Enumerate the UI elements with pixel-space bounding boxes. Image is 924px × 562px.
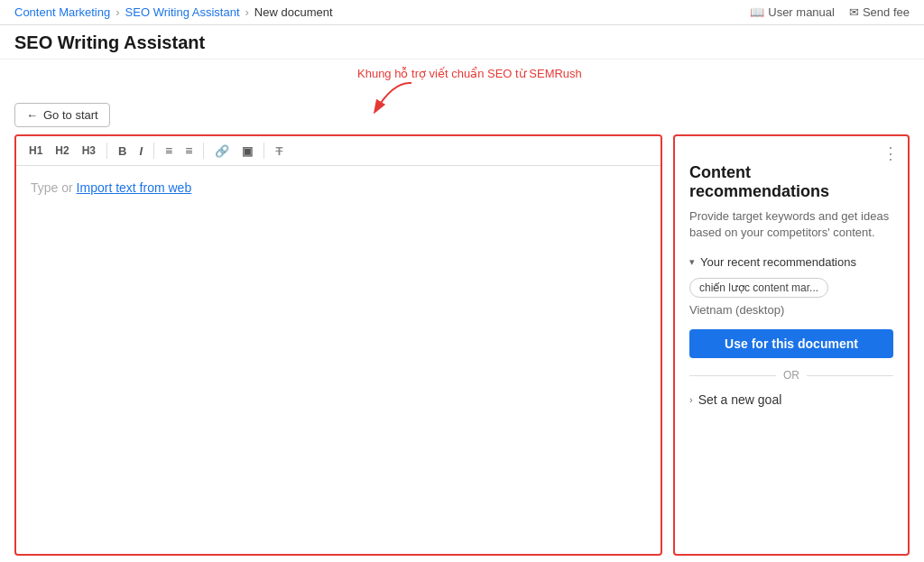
import-link[interactable]: Import text from web bbox=[77, 180, 192, 195]
go-to-start-label: Go to start bbox=[43, 108, 98, 122]
image-button[interactable]: ▣ bbox=[238, 143, 256, 160]
rp-desc: Provide target keywords and get ideas ba… bbox=[689, 208, 893, 241]
annotation-area: Khung hỗ trợ viết chuẩn SEO từ SEMRush bbox=[14, 60, 910, 103]
editor-body[interactable]: Type or Import text from web bbox=[16, 166, 661, 554]
set-new-goal-header[interactable]: › Set a new goal bbox=[689, 392, 893, 407]
keyword-tag: chiến lược content mar... bbox=[689, 278, 828, 298]
book-icon: 📖 bbox=[750, 5, 764, 19]
right-panel: ⋮ Content recommendations Provide target… bbox=[673, 134, 910, 556]
right-panel-content: Content recommendations Provide target k… bbox=[675, 163, 908, 554]
or-divider: OR bbox=[689, 369, 893, 382]
or-label: OR bbox=[783, 369, 799, 382]
toolbar-sep-4 bbox=[263, 143, 264, 159]
user-manual-link[interactable]: 📖 User manual bbox=[750, 5, 835, 19]
toolbar-sep-2 bbox=[153, 143, 154, 159]
use-for-document-button[interactable]: Use for this document bbox=[689, 329, 893, 358]
h2-button[interactable]: H2 bbox=[51, 143, 72, 159]
ordered-list-button[interactable]: ≡ bbox=[162, 142, 176, 160]
nav-actions: 📖 User manual ✉ Send fee bbox=[750, 5, 910, 19]
h3-button[interactable]: H3 bbox=[79, 143, 99, 159]
annotation-arrow bbox=[357, 79, 430, 115]
unordered-list-button[interactable]: ≡ bbox=[181, 142, 196, 160]
link-icon: 🔗 bbox=[215, 144, 229, 158]
annotation-text: Khung hỗ trợ viết chuẩn SEO từ SEMRush bbox=[357, 67, 582, 80]
toolbar-sep-3 bbox=[203, 143, 204, 159]
chevron-down-icon: ▾ bbox=[689, 256, 695, 268]
user-manual-label: User manual bbox=[768, 5, 835, 19]
toolbar-sep-1 bbox=[106, 143, 107, 159]
go-to-start-button[interactable]: ← Go to start bbox=[14, 103, 110, 127]
chevron-right-icon: › bbox=[689, 394, 693, 405]
editor-panel: H1 H2 H3 B I ≡ ≡ 🔗 ▣ T Type o bbox=[14, 134, 662, 556]
image-icon: ▣ bbox=[242, 144, 253, 158]
toolbar-row: ← Go to start bbox=[14, 103, 910, 127]
breadcrumb-content-marketing[interactable]: Content Marketing bbox=[14, 5, 110, 19]
italic-button[interactable]: I bbox=[135, 143, 146, 160]
breadcrumb-sep-1: › bbox=[116, 5, 119, 19]
editor-placeholder-type: Type or bbox=[31, 180, 77, 195]
menu-dots-icon[interactable]: ⋮ bbox=[882, 143, 899, 163]
send-fee-link[interactable]: ✉ Send fee bbox=[849, 5, 910, 19]
recent-recommendations-header[interactable]: ▾ Your recent recommendations bbox=[689, 255, 893, 269]
breadcrumb-seo-writing[interactable]: SEO Writing Assistant bbox=[125, 5, 240, 19]
rp-title: Content recommendations bbox=[689, 163, 893, 201]
page-header: SEO Writing Assistant bbox=[0, 25, 924, 60]
breadcrumb-sep-2: › bbox=[245, 5, 249, 19]
breadcrumb: Content Marketing › SEO Writing Assistan… bbox=[14, 5, 333, 19]
editor-toolbar: H1 H2 H3 B I ≡ ≡ 🔗 ▣ T bbox=[16, 136, 661, 166]
main-layout: Khung hỗ trợ viết chuẩn SEO từ SEMRush ←… bbox=[0, 60, 924, 562]
content-area: H1 H2 H3 B I ≡ ≡ 🔗 ▣ T Type o bbox=[14, 134, 910, 556]
recent-recommendations-label: Your recent recommendations bbox=[700, 255, 856, 269]
h1-button[interactable]: H1 bbox=[25, 143, 46, 159]
send-fee-label: Send fee bbox=[863, 5, 910, 19]
location-text: Vietnam (desktop) bbox=[689, 303, 893, 317]
top-nav: Content Marketing › SEO Writing Assistan… bbox=[0, 0, 924, 25]
page-title: SEO Writing Assistant bbox=[14, 32, 910, 53]
send-icon: ✉ bbox=[849, 5, 859, 19]
breadcrumb-current: New document bbox=[254, 5, 333, 19]
arrow-left-icon: ← bbox=[26, 108, 38, 122]
right-panel-header: ⋮ bbox=[675, 136, 908, 163]
link-button[interactable]: 🔗 bbox=[211, 143, 233, 160]
set-new-goal-label: Set a new goal bbox=[698, 392, 782, 407]
bold-button[interactable]: B bbox=[115, 143, 130, 160]
clear-format-button[interactable]: T bbox=[272, 143, 286, 160]
